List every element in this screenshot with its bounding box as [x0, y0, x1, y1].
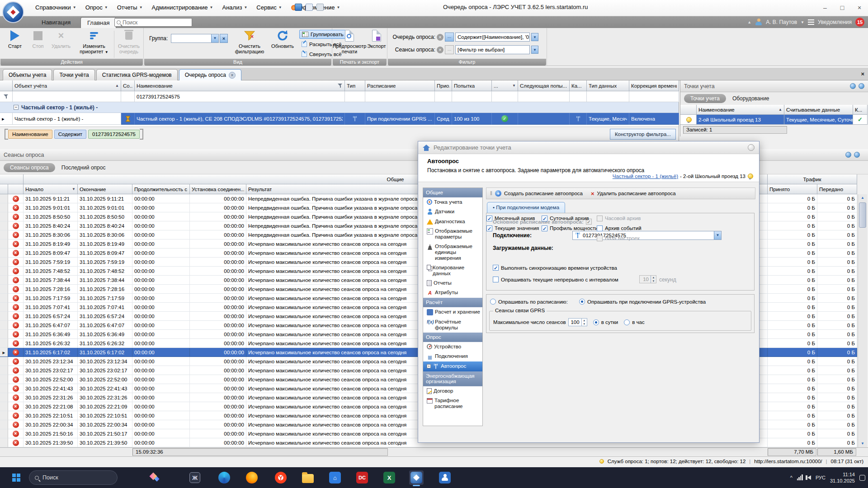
filter-row-icon-cell[interactable]	[0, 91, 13, 102]
nav-item-расчет-и-хранение[interactable]: Расчет и хранение	[423, 307, 482, 317]
column-Расписание[interactable]: Расписание	[365, 80, 435, 91]
scroll-up-icon[interactable]: ▲	[859, 194, 866, 202]
export-button[interactable]: Экспорт	[367, 29, 387, 49]
create-schedule-button[interactable]: Создать расписание автоопроса	[504, 191, 583, 196]
vertical-scrollbar[interactable]: ▲ ▼	[858, 194, 867, 447]
column-...[interactable]: ...▼	[492, 80, 518, 91]
language-indicator[interactable]: РУС	[816, 475, 826, 480]
object-link[interactable]: Частный сектор - 1 (жильё)	[613, 174, 678, 179]
interval-spinner[interactable]: 10 ▲▼	[639, 275, 656, 283]
clock[interactable]: 11:1431.10.2025	[830, 471, 855, 484]
max-sessions-spinner[interactable]: 100 ▲▼	[568, 318, 587, 326]
print-preview-button[interactable]: Предпросмотр печати	[333, 29, 366, 54]
taskbar-search[interactable]: Поиск	[29, 470, 118, 485]
notification-center-icon[interactable]	[859, 475, 865, 481]
per-day-radio[interactable]	[593, 319, 599, 325]
window-icon[interactable]	[295, 4, 302, 11]
lers-app-icon[interactable]	[409, 470, 424, 485]
nav-item-копирование-данных[interactable]: Копирование данных	[423, 263, 482, 278]
radio-gprs-option[interactable]: Опрашивать при подключении GPRS-устройст…	[579, 299, 706, 305]
tab-объекты-учета[interactable]: Объекты учета	[3, 69, 52, 80]
explorer-icon[interactable]	[301, 470, 315, 485]
filter-cell[interactable]	[518, 91, 570, 102]
points-row[interactable]: 2-ой Школьный проезд 13 Текущие, Месячны…	[680, 115, 868, 125]
yandex-browser-icon[interactable]: Y	[274, 470, 288, 485]
nav-item-точка-учета[interactable]: Точка учета	[423, 197, 482, 207]
column-Прио...[interactable]: Прио...	[435, 80, 452, 91]
column-blank[interactable]	[8, 184, 24, 194]
change-priority-button[interactable]: Изменить приоритет ▼	[75, 29, 113, 55]
nav-item-отчеты[interactable]: Отчеты	[423, 278, 482, 288]
checkbox-архив-событий[interactable]: Архив событий	[597, 223, 652, 233]
checkbox-часовой-архив[interactable]: Часовой архив	[597, 213, 652, 223]
network-icon[interactable]	[797, 475, 803, 480]
checkbox-icon[interactable]	[597, 216, 603, 221]
column-Попытка[interactable]: Попытка	[452, 80, 492, 91]
firefox-icon[interactable]	[245, 470, 259, 485]
chevron-down-icon[interactable]: ▼	[531, 33, 538, 41]
column-Коррекция времени[interactable]: Коррекция времени	[629, 80, 679, 91]
queue-filter-value[interactable]: Содержит([Наименование], '0...	[455, 33, 530, 42]
column-Следующая попы...[interactable]: Следующая попы...	[518, 80, 570, 91]
checkbox-база-настроек[interactable]: База настроек	[597, 233, 652, 243]
column-data[interactable]: Считываемые данные	[784, 105, 853, 115]
column-Окончание[interactable]: Окончание	[78, 184, 132, 194]
menu-администрирование[interactable]: Администрирование▼	[148, 2, 217, 13]
column-Передано[interactable]: Передано	[817, 184, 857, 194]
minimize-button[interactable]: –	[818, 2, 832, 14]
filter-cell[interactable]	[629, 91, 679, 102]
excel-icon[interactable]: X	[382, 470, 396, 485]
tab-last-poll[interactable]: Последний опрос	[61, 164, 106, 171]
menu-анализ[interactable]: Анализ▼	[218, 2, 251, 13]
ribbon-search[interactable]	[114, 18, 192, 27]
tab-очередь-опроса[interactable]: Очередь опроса×	[179, 69, 241, 80]
nav-item-тарифное-расписание[interactable]: Тарифное расписание	[423, 396, 482, 411]
clear-filter-button[interactable]: × Очистить фильтрацию	[232, 29, 267, 54]
start-button[interactable]	[9, 470, 24, 485]
close-panel-button[interactable]	[859, 83, 864, 89]
column-indicator[interactable]	[0, 80, 13, 91]
refresh-button[interactable]: Обновить	[269, 29, 297, 49]
collapse-icon[interactable]: −	[14, 105, 19, 110]
server-url[interactable]: http://lers.startatom.ru:10000/	[754, 459, 822, 464]
column-Объект учёта[interactable]: Объект учёта▲	[13, 80, 121, 91]
menu-опрос[interactable]: Опрос▼	[82, 2, 112, 13]
column-Продолжительность с...[interactable]: Продолжительность с...	[132, 184, 190, 194]
edge-icon[interactable]	[217, 470, 231, 485]
volume-icon[interactable]	[807, 475, 811, 480]
app-logo[interactable]	[2, 1, 24, 23]
nav-item-договор[interactable]: Договор	[423, 386, 482, 396]
pin-button[interactable]	[845, 152, 851, 158]
chevron-down-icon[interactable]: ▼	[211, 34, 218, 42]
dialog-title-bar[interactable]: Редактирование точки учета	[418, 141, 759, 154]
sessions-filter-edit-button[interactable]: ...	[445, 45, 454, 54]
queue-group-row[interactable]: −Частный сектор - 1 (жильё) -	[0, 102, 679, 113]
nav-item-отображаемые-единицы-измерения[interactable]: Отображаемые единицы измерения	[423, 242, 482, 263]
column-Принято[interactable]: Принято	[768, 184, 817, 194]
nav-item-устройство[interactable]: Устройство	[423, 342, 482, 352]
maximize-button[interactable]: □	[835, 2, 849, 14]
checkbox-icon[interactable]	[597, 225, 603, 231]
filter-chip-1[interactable]: Содержит	[54, 130, 86, 139]
delete-button[interactable]: × Удалить	[49, 29, 73, 49]
sessions-filter-clear-icon[interactable]: ×	[437, 47, 443, 53]
tab-equipment[interactable]: Оборудование	[732, 95, 769, 102]
column-Ка...[interactable]: Ка...	[570, 80, 587, 91]
messenger-icon[interactable]	[438, 470, 452, 485]
nav-item-атрибуты[interactable]: AАтрибуты	[423, 288, 482, 298]
queue-filter-clear-icon[interactable]: ×	[437, 34, 443, 41]
close-icon[interactable]: ×	[229, 72, 236, 79]
filter-cell[interactable]	[13, 91, 121, 102]
ribbon-collapse-caret[interactable]: ▲	[747, 20, 751, 24]
radio-icon[interactable]	[490, 299, 496, 305]
column-Со...[interactable]: Со...	[121, 80, 135, 91]
filter-cell[interactable]	[435, 91, 452, 102]
close-icon[interactable]: ×	[861, 70, 864, 77]
filter-cell[interactable]	[121, 91, 135, 102]
column-Наименование[interactable]: Наименование	[135, 80, 345, 91]
tab-points[interactable]: Точки учета	[684, 94, 726, 103]
hidden-icons-button[interactable]: ^	[790, 475, 793, 480]
column-name[interactable]: Наименование▲	[697, 105, 784, 115]
expand-plus-icon[interactable]: +	[427, 364, 431, 368]
nav-item-датчики[interactable]: Датчики	[423, 207, 482, 217]
